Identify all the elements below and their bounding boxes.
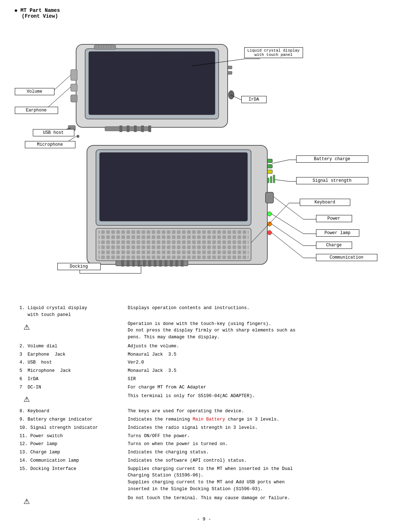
device-bottom xyxy=(87,145,275,267)
bullet: ◆ xyxy=(14,8,21,13)
svg-point-43 xyxy=(267,222,272,226)
svg-rect-8 xyxy=(228,66,232,69)
label-microphone: Microphone xyxy=(25,141,75,148)
svg-line-80 xyxy=(272,224,303,246)
svg-rect-34 xyxy=(98,230,249,259)
desc-term-3: 3 Earphone Jack xyxy=(18,351,126,359)
desc-term-12: 12. Power lamp xyxy=(18,440,126,448)
desc-def-11: Turns ON/OFF the power. xyxy=(126,432,390,440)
warning-icon-2: ⚠ xyxy=(19,393,34,406)
page-title: ◆ MT Part Names xyxy=(14,7,394,13)
label-signal-strength: Signal strength xyxy=(296,177,368,184)
page-subtitle: (Front View) xyxy=(14,13,394,19)
desc-term-15: 15. Docking Interface xyxy=(18,465,126,493)
svg-rect-6 xyxy=(71,84,77,91)
desc-term-10: 10. Signal strength indicator xyxy=(18,424,126,432)
svg-rect-38 xyxy=(267,178,269,183)
desc-def-warning-3: Do not touch the terminal. This may caus… xyxy=(126,493,390,509)
svg-rect-48 xyxy=(132,260,135,267)
device-top xyxy=(68,44,234,138)
svg-rect-4 xyxy=(89,52,215,59)
desc-term-5: 5 Microphone Jack xyxy=(18,367,126,375)
desc-row-11: 11. Power switch Turns ON/OFF the power. xyxy=(18,432,390,440)
desc-term-2: 2. Volume dial xyxy=(18,342,126,351)
desc-row-3: 3 Earphone Jack Monaural Jack 3.5 xyxy=(18,351,390,359)
svg-rect-57 xyxy=(181,260,184,267)
highlight-main-battery: Main Battery xyxy=(193,417,225,422)
desc-row-12: 12. Power lamp Turns on when the power i… xyxy=(18,440,390,448)
svg-rect-15 xyxy=(148,126,151,132)
desc-term-9: 9. Battery charge indicator xyxy=(18,416,126,424)
desc-row-2: 2. Volume dial Adjusts the volume. xyxy=(18,342,390,351)
svg-rect-52 xyxy=(154,260,157,267)
label-irda: IrDA xyxy=(241,96,267,103)
desc-def-5: Monaural Jack 3.5 xyxy=(126,367,390,375)
svg-point-18 xyxy=(76,135,79,138)
desc-term-1: 1. Liquid crystal display with touch pan… xyxy=(18,304,126,319)
desc-def-14: Indicates the software (API control) sta… xyxy=(126,457,390,465)
desc-term-14: 14. Communication lamp xyxy=(18,457,126,465)
desc-row-4: 4. USB host Ver2.0 xyxy=(18,359,390,367)
desc-def-7: For charge MT from AC Adapter xyxy=(126,383,390,392)
desc-def-15: Supplies charging current to the MT when… xyxy=(126,465,390,493)
svg-rect-19 xyxy=(94,45,116,49)
title-section: ◆ MT Part Names (Front View) xyxy=(14,7,394,19)
desc-term-4: 4. USB host xyxy=(18,359,126,367)
svg-rect-53 xyxy=(159,260,162,267)
svg-rect-2 xyxy=(89,52,215,115)
svg-line-70 xyxy=(272,160,289,163)
svg-rect-47 xyxy=(127,260,130,267)
desc-row-1: 1. Liquid crystal display with touch pan… xyxy=(18,304,390,319)
svg-line-82 xyxy=(272,233,303,258)
svg-rect-13 xyxy=(134,126,137,132)
warning-icon-1: ⚠ xyxy=(19,321,34,334)
desc-def-2: Adjusts the volume. xyxy=(126,342,390,351)
label-keyboard: Keyboard xyxy=(300,199,350,206)
desc-def-warning-1: Operation is done with the touch-key (us… xyxy=(126,319,390,342)
desc-row-9: 9. Battery charge indicator Indicates th… xyxy=(18,416,390,424)
svg-rect-51 xyxy=(148,260,151,267)
label-liquid-crystal: Liquid crystal displaywith touch panel xyxy=(244,47,303,58)
label-charge: Charge xyxy=(316,242,352,249)
label-volume: Volume xyxy=(15,88,54,95)
svg-rect-40 xyxy=(273,175,275,183)
desc-term-7: 7 DC-IN xyxy=(18,383,126,392)
desc-term-warning-2: ⚠ xyxy=(18,391,126,407)
svg-rect-35 xyxy=(267,159,272,163)
desc-row-warning-3: ⚠ Do not touch the terminal. This may ca… xyxy=(18,493,390,509)
svg-rect-30 xyxy=(100,153,247,221)
svg-rect-5 xyxy=(71,70,77,80)
desc-row-5: 5 Microphone Jack Monaural Jack 3.5 xyxy=(18,367,390,375)
label-battery-charge: Battery charge xyxy=(296,155,368,163)
svg-rect-55 xyxy=(170,260,173,267)
label-power: Power xyxy=(316,215,352,222)
desc-row-warning-2: ⚠ This terminal is only for S5196-04(AC … xyxy=(18,391,390,407)
label-usb-host: USB host xyxy=(33,129,74,136)
svg-rect-49 xyxy=(137,260,140,267)
desc-def-3: Monaural Jack 3.5 xyxy=(126,351,390,359)
desc-term-11: 11. Power switch xyxy=(18,432,126,440)
svg-point-42 xyxy=(267,212,272,216)
desc-def-warning-2: This terminal is only for S5196-04(AC AD… xyxy=(126,391,390,407)
page-number: - 9 - xyxy=(14,516,394,522)
warning-icon-3: ⚠ xyxy=(19,495,34,508)
desc-def-1: Displays operation contents and instruct… xyxy=(126,304,390,319)
desc-row-6: 6 IrDA SIR xyxy=(18,375,390,383)
svg-rect-56 xyxy=(175,260,178,267)
desc-row-13: 13. Charge lamp Indicates the charging s… xyxy=(18,448,390,457)
desc-def-8: The keys are used for operating the devi… xyxy=(126,407,390,416)
svg-point-44 xyxy=(267,230,272,235)
desc-row-10: 10. Signal strength indicator Indicates … xyxy=(18,424,390,432)
desc-term-8: 8. Keyboard xyxy=(18,407,126,416)
svg-rect-41 xyxy=(266,192,273,203)
svg-rect-12 xyxy=(127,126,130,132)
desc-term-13: 13. Charge lamp xyxy=(18,448,126,457)
desc-row-14: 14. Communication lamp Indicates the sof… xyxy=(18,457,390,465)
svg-rect-9 xyxy=(228,71,232,74)
diagram-container: Liquid crystal displaywith touch panel V… xyxy=(15,23,394,297)
desc-row-7: 7 DC-IN For charge MT from AC Adapter xyxy=(18,383,390,392)
svg-rect-36 xyxy=(267,164,272,168)
svg-line-72 xyxy=(275,180,289,181)
desc-term-6: 6 IrDA xyxy=(18,375,126,383)
svg-rect-54 xyxy=(164,260,167,267)
